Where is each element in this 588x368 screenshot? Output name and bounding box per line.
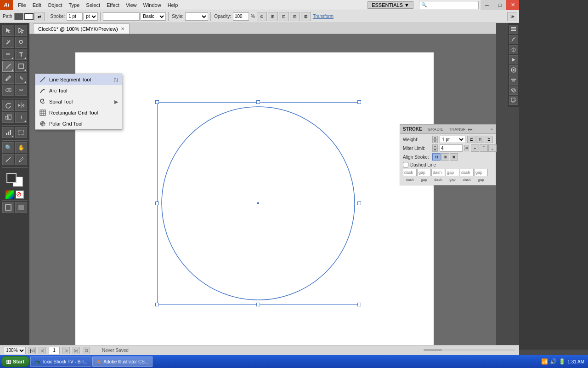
paintbrush-btn[interactable] <box>2 73 14 84</box>
dash3-input[interactable] <box>460 169 474 176</box>
menu-view[interactable]: View <box>123 1 140 9</box>
menu-object[interactable]: Object <box>45 1 66 9</box>
weight-down-btn[interactable]: ▼ <box>432 139 438 143</box>
minimize-button[interactable]: ─ <box>481 0 493 10</box>
gap2-input[interactable] <box>446 169 459 176</box>
brushes-icon[interactable] <box>509 35 518 44</box>
menu-file[interactable]: File <box>15 1 29 9</box>
last-page-btn[interactable]: ▷| <box>73 347 80 354</box>
dashed-line-checkbox[interactable] <box>403 162 408 167</box>
panel-collapse-btn[interactable]: ≡ <box>491 127 493 131</box>
handle-mr[interactable] <box>357 201 361 205</box>
first-page-btn[interactable]: |◁ <box>28 347 36 354</box>
handle-ml[interactable] <box>155 201 159 205</box>
selection-tool-btn[interactable] <box>2 25 14 36</box>
miter-x-btn[interactable]: ✕ <box>464 145 469 151</box>
taskbar-app-illustrator[interactable]: Ai Adobe Illustrator CS... <box>92 356 153 367</box>
join-round-btn[interactable]: ⌒ <box>480 144 488 152</box>
new-page-btn[interactable]: □ <box>83 347 90 354</box>
miter-spinners[interactable]: ▲ ▼ <box>432 144 438 152</box>
align-center-btn[interactable]: ⊡ <box>432 153 441 161</box>
appearance-icon[interactable] <box>509 65 518 75</box>
full-screen-btn[interactable] <box>15 202 27 213</box>
circle-selection[interactable] <box>157 102 359 305</box>
warp-btn[interactable]: ⌇ <box>15 112 27 123</box>
weight-spinners[interactable]: ▲ ▼ <box>432 136 438 143</box>
actions-icon[interactable] <box>509 55 518 64</box>
rotate-btn[interactable] <box>2 100 14 111</box>
handle-bm[interactable] <box>256 303 260 306</box>
direct-select-tool-btn[interactable] <box>15 25 27 36</box>
zoom-select[interactable]: 100% <box>4 347 26 354</box>
align-btn4[interactable]: ⊠ <box>301 12 311 21</box>
opacity-input[interactable] <box>233 12 249 21</box>
close-button[interactable]: ✕ <box>506 0 519 10</box>
miter-input[interactable] <box>440 144 463 152</box>
graph-btn[interactable] <box>2 127 14 138</box>
cap-square-btn[interactable]: ⊐ <box>485 136 493 143</box>
handle-tl[interactable] <box>155 100 159 104</box>
eyedropper-btn[interactable]: 🖊 <box>15 154 27 165</box>
eraser-btn[interactable]: ⌫ <box>2 85 14 96</box>
polar-grid-tool-item[interactable]: Polar Grid Tool <box>35 118 122 129</box>
document-tab[interactable]: Clock01* @ 100% (CMYK/Preview) ✕ <box>33 23 130 34</box>
pathfinder-icon[interactable] <box>509 86 518 95</box>
join-bevel-btn[interactable]: ⌞ <box>488 144 497 152</box>
weight-up-btn[interactable]: ▲ <box>432 136 438 139</box>
lasso-tool-btn[interactable] <box>15 37 27 48</box>
dash1-input[interactable] <box>403 169 417 176</box>
panel-toggle-btn[interactable]: ≫ <box>507 12 517 21</box>
fill-color-btn[interactable] <box>14 13 23 20</box>
handle-bl[interactable] <box>155 303 159 306</box>
pencil-tool-btn[interactable]: ✎ <box>15 73 27 84</box>
zoom-btn[interactable]: 🔍 <box>2 142 14 153</box>
fg-bg-colors[interactable] <box>6 173 23 187</box>
layers-icon[interactable] <box>509 25 518 34</box>
type-tool-btn[interactable]: T <box>15 49 27 60</box>
magic-wand-btn[interactable] <box>2 37 14 48</box>
scale-btn[interactable] <box>2 112 14 123</box>
align-inside-btn[interactable]: ⊞ <box>441 153 449 161</box>
restore-button[interactable]: □ <box>493 0 506 10</box>
weight-select[interactable]: 1 pt <box>440 136 465 143</box>
panel-more-btn[interactable]: ▸▸ <box>468 127 473 132</box>
pen-tool-btn[interactable]: ✏ <box>2 49 14 60</box>
swap-colors-btn[interactable]: ⇄ <box>34 12 45 21</box>
artboard-btn[interactable] <box>15 127 27 138</box>
dash2-input[interactable] <box>431 169 445 176</box>
page-input[interactable] <box>49 347 60 354</box>
spiral-tool-item[interactable]: Spiral Tool ▶ <box>35 96 122 107</box>
next-page-btn[interactable]: ▷ <box>62 347 70 354</box>
miter-up-btn[interactable]: ▲ <box>432 144 438 148</box>
handle-br[interactable] <box>357 303 361 306</box>
handle-tm[interactable] <box>256 100 260 104</box>
menu-effect[interactable]: Effect <box>103 1 123 9</box>
style-select[interactable] <box>185 12 208 21</box>
search-input[interactable] <box>419 1 479 9</box>
shape-tool-btn[interactable] <box>15 61 27 72</box>
align-btn1[interactable]: ⊞ <box>268 12 278 21</box>
stroke-unit-select[interactable]: pt <box>84 12 98 21</box>
stroke-dash-input[interactable] <box>103 12 140 21</box>
hand-btn[interactable]: ✋ <box>15 142 27 153</box>
measure-btn[interactable] <box>2 154 14 165</box>
align-btn3[interactable]: ⊟ <box>290 12 300 21</box>
align-icon[interactable] <box>509 75 518 85</box>
prev-page-btn[interactable]: ◁ <box>39 347 46 354</box>
menu-window[interactable]: Window <box>140 1 164 9</box>
cap-butt-btn[interactable]: ⊏ <box>467 136 475 143</box>
screen-mode-btn[interactable] <box>2 202 14 213</box>
essentials-button[interactable]: ESSENTIALS ▼ <box>368 1 413 9</box>
handle-tr[interactable] <box>357 100 361 104</box>
stroke-panel-header[interactable]: STROKE GRADIE TRANSF ▸▸ ≡ <box>400 125 496 134</box>
gradient-tab[interactable]: GRADIE <box>428 127 444 132</box>
miter-down-btn[interactable]: ▼ <box>432 148 438 152</box>
reflect-btn[interactable] <box>15 100 27 111</box>
menu-edit[interactable]: Edit <box>29 1 45 9</box>
taskbar-app-tv[interactable]: 📺 Toxic Shock TV - Bill... <box>30 356 91 367</box>
tab-close-btn[interactable]: ✕ <box>121 26 124 31</box>
gap1-input[interactable] <box>417 169 431 176</box>
arc-tool-item[interactable]: Arc Tool <box>35 85 122 96</box>
join-miter-btn[interactable]: ⌐ <box>471 144 479 152</box>
start-button[interactable]: ⊞ Start <box>1 356 29 367</box>
